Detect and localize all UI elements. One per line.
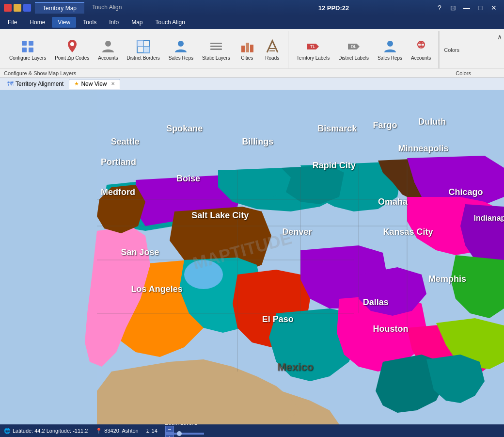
count-value: 14 [152,428,158,434]
btn-district-borders[interactable]: District Borders [123,36,163,64]
svg-rect-2 [22,48,27,52]
ribbon-collapse-button[interactable]: ∧ [497,33,502,41]
static-layers-label: Static Layers [202,55,230,61]
new-view-tab-label: New View [81,81,107,87]
btn-district-labels[interactable]: DL District Labels [335,36,372,64]
svg-rect-13 [210,46,222,47]
menu-view[interactable]: View [52,17,76,28]
btn-sales-reps-colors[interactable]: Sales Reps [374,36,406,64]
accounts-colors-icon [413,39,429,54]
territory-labels-label: Territory Labels [297,55,330,61]
configure-layers-icon [20,39,35,54]
cities-icon [239,39,255,54]
tab-new-view[interactable]: ★ New View ✕ [69,79,120,89]
district-borders-icon [136,39,151,54]
configure-show-label: Configure & Show Map Layers [4,70,76,76]
btn-accounts-colors[interactable]: Accounts [408,36,434,64]
tab-territory-map[interactable]: Territory Map [35,2,84,14]
ribbon: Configure Layers Point Zip Codes [0,29,504,78]
app-icon-blue [23,4,31,12]
district-borders-label: District Borders [126,55,159,61]
location-value: 83420: Ashton [104,428,138,434]
sigma-icon: Σ [146,428,150,434]
territory-alignment-tab-icon: 🗺 [7,80,14,87]
restore-button[interactable]: ⊡ [447,3,459,13]
location-status: 📍 83420: Ashton [95,428,138,434]
territory-alignment-tab-label: Territory Alignment [16,81,63,87]
maximize-button[interactable]: □ [474,3,487,13]
menu-info[interactable]: Info [103,17,125,28]
sales-reps-colors-label: Sales Reps [378,55,402,61]
configure-layers-label: Configure Layers [9,55,46,61]
tab-territory-alignment[interactable]: 🗺 Territory Alignment [2,79,69,89]
map-svg [0,90,504,424]
close-button[interactable]: ✕ [488,3,500,13]
zoom-in-button[interactable]: + [165,435,174,437]
svg-rect-16 [246,43,249,52]
new-view-star-icon: ★ [74,81,79,87]
help-button[interactable]: ? [433,3,446,13]
svg-rect-14 [210,49,222,50]
pin-icon [64,39,80,54]
svg-point-27 [184,260,223,289]
zoom-out-button[interactable]: − [165,426,174,433]
accounts-colors-label: Accounts [411,55,431,61]
btn-static-layers[interactable]: Static Layers [199,36,234,64]
btn-configure-layers[interactable]: Configure Layers [6,36,49,64]
btn-accounts-left[interactable]: Accounts [94,36,121,64]
sales-reps-label: Sales Reps [169,55,193,61]
tab-touch-align-top[interactable]: Touch Align [84,2,129,14]
globe-icon: 🌐 [4,428,11,434]
svg-point-4 [70,42,74,46]
svg-rect-12 [210,43,222,44]
lat-lon-status: 🌐 Latitude: 44.2 Longitude: -111.2 [4,428,88,434]
static-layers-icon [208,39,224,54]
menu-file[interactable]: File [2,17,23,28]
svg-point-5 [105,41,111,47]
menu-touch-align[interactable]: Touch Align [150,17,191,28]
statusbar: 🌐 Latitude: 44.2 Longitude: -111.2 📍 834… [0,424,504,437]
point-zip-codes-label: Point Zip Codes [55,55,89,61]
map-area[interactable]: Seattle Spokane Portland Billings Boise … [0,90,504,424]
doc-tabs: 🗺 Territory Alignment ★ New View ✕ [0,78,504,90]
app-title: 12 PPD:22 [234,4,433,12]
svg-rect-0 [22,41,27,46]
ribbon-group-labels: TL Territory Labels DL District Labels [289,31,439,68]
sales-reps-colors-icon [382,39,398,54]
svg-rect-15 [241,46,245,52]
menu-tools[interactable]: Tools [77,17,102,28]
window-controls: ? ⊡ — □ ✕ [433,3,500,13]
location-pin-icon: 📍 [95,428,102,434]
ribbon-group-layers: Configure Layers Point Zip Codes [2,31,288,68]
menu-home[interactable]: Home [24,17,51,28]
btn-cities[interactable]: Cities [236,36,259,64]
accounts-left-icon [100,39,116,54]
new-view-close-button[interactable]: ✕ [111,81,115,86]
roads-label: Roads [265,55,279,61]
svg-rect-9 [137,40,143,47]
svg-text:TL: TL [310,44,315,49]
menubar: File Home View Tools Info Map Touch Alig… [0,16,504,29]
svg-rect-19 [269,50,275,51]
minimize-button[interactable]: — [460,3,473,13]
btn-roads[interactable]: Roads [261,36,284,64]
lat-lon-value: Latitude: 44.2 Longitude: -111.2 [13,428,88,434]
district-labels-label: District Labels [338,55,369,61]
menu-map[interactable]: Map [126,17,148,28]
colors-section-label: Colors [444,47,459,53]
svg-text:DL: DL [351,44,357,49]
sales-reps-icon [173,39,189,54]
territory-labels-icon: TL [305,39,321,54]
titlebar: Territory Map Touch Align 12 PPD:22 ? ⊡ … [0,0,504,16]
btn-territory-labels[interactable]: TL Territory Labels [293,36,333,64]
roads-icon [265,39,280,54]
zoom-slider[interactable] [165,433,204,435]
ribbon-footer: configure-show-map-layers Configure & Sh… [0,68,504,77]
cities-label: Cities [241,55,253,61]
district-labels-icon: DL [346,39,362,54]
btn-sales-reps[interactable]: Sales Reps [165,36,197,64]
svg-point-22 [387,41,393,47]
btn-point-zip-codes[interactable]: Point Zip Codes [51,36,93,64]
accounts-left-label: Accounts [98,55,118,61]
svg-rect-10 [143,47,150,53]
